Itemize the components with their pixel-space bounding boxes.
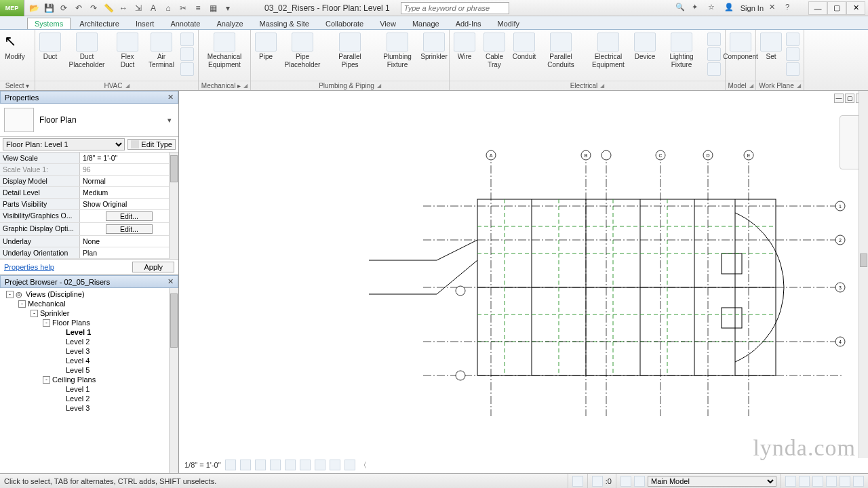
- duct-button[interactable]: Duct: [38, 31, 62, 62]
- tab-systems[interactable]: Systems: [27, 18, 71, 29]
- tree-node[interactable]: -Sprinkler: [0, 308, 178, 318]
- visual-style-icon[interactable]: [240, 460, 251, 470]
- search-icon[interactable]: 🔍: [675, 3, 686, 14]
- instance-selector[interactable]: Floor Plan: Level 1: [3, 138, 125, 150]
- tab-collaborate[interactable]: Collaborate: [318, 18, 371, 29]
- tree-node[interactable]: Level 5: [0, 365, 178, 375]
- comm-icon[interactable]: ✦: [692, 3, 703, 14]
- property-value[interactable]: Plan: [80, 247, 178, 258]
- hvac-small-1[interactable]: [180, 47, 194, 61]
- browser-scrollbar[interactable]: [169, 288, 178, 473]
- measure-icon[interactable]: 📏: [103, 3, 114, 14]
- type-selector[interactable]: Floor Plan ▾: [0, 104, 178, 137]
- project-browser-close-button[interactable]: ✕: [167, 277, 174, 286]
- help-icon[interactable]: ?: [785, 3, 796, 14]
- sprinkler-button[interactable]: Sprinkler: [422, 31, 446, 62]
- text-icon[interactable]: A: [148, 3, 159, 14]
- rendering-icon[interactable]: [285, 460, 296, 470]
- tab-architecture[interactable]: Architecture: [72, 18, 127, 29]
- tree-node[interactable]: Level 3: [0, 403, 178, 413]
- lighting-fixture-button[interactable]: LightingFixture: [658, 31, 705, 70]
- electrical-equipment-button[interactable]: ElectricalEquipment: [585, 31, 631, 70]
- tree-node[interactable]: Level 4: [0, 356, 178, 365]
- conduit-button[interactable]: Conduit: [512, 31, 536, 62]
- select-underlay-icon[interactable]: [799, 476, 810, 487]
- tab-massing-site[interactable]: Massing & Site: [252, 18, 317, 29]
- expand-icon[interactable]: -: [18, 300, 26, 308]
- hide-isolate-icon[interactable]: [330, 460, 340, 470]
- open-icon[interactable]: 📂: [28, 3, 39, 14]
- align-icon[interactable]: ↔: [118, 3, 129, 14]
- main-model-icon[interactable]: [634, 476, 645, 487]
- properties-help-link[interactable]: Properties help: [4, 263, 54, 271]
- tree-node[interactable]: Level 2: [0, 337, 178, 346]
- wp-small-2[interactable]: [786, 62, 800, 76]
- edit-type-button[interactable]: Edit Type: [127, 139, 176, 150]
- hvac-small-0[interactable]: [180, 33, 194, 46]
- tree-node[interactable]: Level 1: [0, 327, 178, 337]
- select-panel-label[interactable]: Select ▾: [0, 81, 35, 90]
- redo-icon[interactable]: ↷: [88, 3, 99, 14]
- property-edit-button[interactable]: Edit...: [106, 224, 153, 234]
- air-terminal-button[interactable]: AirTerminal: [145, 31, 178, 70]
- property-value[interactable]: Normal: [80, 176, 178, 186]
- set-button[interactable]: Set: [759, 31, 783, 62]
- hvac-small-2[interactable]: [180, 62, 194, 76]
- tree-node[interactable]: -◎Views (Discipline): [0, 289, 178, 299]
- crop-region-icon[interactable]: [315, 460, 326, 470]
- select-pinned-icon[interactable]: [812, 476, 823, 487]
- flex-duct-button[interactable]: FlexDuct: [111, 31, 144, 70]
- property-value[interactable]: 1/8" = 1'-0": [80, 152, 178, 163]
- favorite-icon[interactable]: ☆: [708, 3, 719, 14]
- reveal-hidden-icon[interactable]: [344, 460, 355, 470]
- device-button[interactable]: Device: [633, 31, 657, 62]
- pipe-button[interactable]: Pipe: [254, 31, 278, 62]
- sync-icon[interactable]: ⟳: [58, 3, 69, 14]
- design-options-icon[interactable]: [620, 476, 631, 487]
- sun-path-icon[interactable]: [255, 460, 266, 470]
- component-button[interactable]: Component: [728, 31, 753, 62]
- expand-arrow-icon[interactable]: 〈: [359, 460, 367, 470]
- modify-tool[interactable]: ↖ Modify: [3, 31, 27, 62]
- elec-small-0[interactable]: [707, 33, 721, 46]
- save-icon[interactable]: 💾: [43, 3, 54, 14]
- tab-manage[interactable]: Manage: [405, 18, 447, 29]
- tree-node[interactable]: Level 1: [0, 384, 178, 394]
- crop-view-icon[interactable]: [300, 460, 311, 470]
- select-links-icon[interactable]: [785, 476, 796, 487]
- expand-icon[interactable]: -: [31, 310, 38, 317]
- elec-small-1[interactable]: [707, 47, 721, 61]
- expand-icon[interactable]: -: [43, 319, 50, 327]
- tab-view[interactable]: View: [372, 18, 403, 29]
- tree-node[interactable]: Level 2: [0, 394, 178, 403]
- worksets-icon[interactable]: [572, 476, 583, 487]
- parallel-pipes-button[interactable]: ParallelPipes: [327, 31, 373, 70]
- pipe-placeholder-button[interactable]: PipePlaceholder: [279, 31, 326, 70]
- drag-elements-icon[interactable]: [840, 476, 850, 487]
- thin-lines-icon[interactable]: ≡: [193, 3, 203, 14]
- view-scale-label[interactable]: 1/8" = 1'-0": [184, 461, 221, 469]
- dimension-icon[interactable]: ⇲: [133, 3, 144, 14]
- switch-windows-icon[interactable]: ▾: [222, 3, 233, 14]
- expand-icon[interactable]: -: [6, 291, 14, 298]
- properties-close-button[interactable]: ✕: [167, 93, 174, 102]
- 3d-icon[interactable]: ⌂: [163, 3, 174, 14]
- detail-level-icon[interactable]: [225, 460, 236, 470]
- tree-node[interactable]: Level 3: [0, 346, 178, 356]
- property-edit-button[interactable]: Edit...: [106, 211, 153, 221]
- close-hidden-icon[interactable]: ▦: [208, 3, 218, 14]
- help-search-input[interactable]: [401, 2, 509, 14]
- wp-small-0[interactable]: [786, 33, 800, 46]
- close-button[interactable]: ✕: [846, 1, 865, 15]
- wire-button[interactable]: Wire: [452, 31, 477, 62]
- undo-icon[interactable]: ↶: [73, 3, 84, 14]
- view-minimize-button[interactable]: —: [834, 94, 844, 103]
- view-maximize-button[interactable]: ▢: [845, 94, 854, 103]
- tab-modify[interactable]: Modify: [490, 18, 527, 29]
- editable-only-icon[interactable]: [592, 476, 603, 487]
- sign-in-link[interactable]: Sign In: [741, 4, 764, 12]
- tab-annotate[interactable]: Annotate: [163, 18, 208, 29]
- elec-small-2[interactable]: [707, 62, 721, 76]
- property-value[interactable]: Show Original: [80, 199, 178, 209]
- property-value[interactable]: None: [80, 236, 178, 247]
